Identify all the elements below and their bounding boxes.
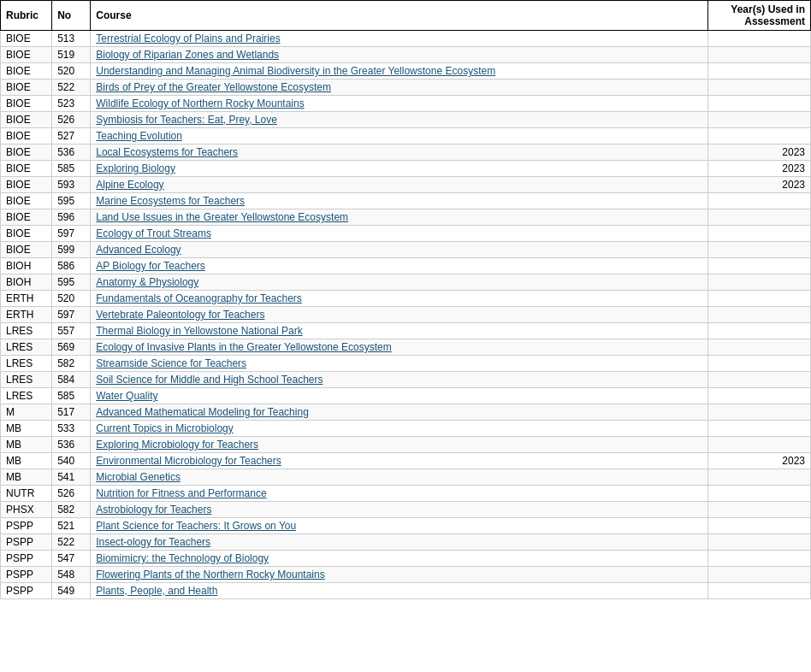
cell-course: Environmental Microbiology for Teachers (91, 453, 708, 469)
cell-rubric: PSPP (1, 534, 52, 551)
cell-rubric: LRES (1, 372, 52, 388)
course-link[interactable]: Nutrition for Fitness and Performance (96, 487, 266, 499)
cell-year (707, 502, 810, 518)
cell-rubric: BIOE (1, 209, 52, 226)
cell-course: Land Use Issues in the Greater Yellowsto… (91, 209, 708, 226)
course-link[interactable]: Ecology of Trout Streams (96, 227, 211, 239)
table-row: PSPP547Biomimicry: the Technology of Bio… (1, 551, 811, 567)
header-course: Course (91, 1, 708, 31)
course-link[interactable]: Flowering Plants of the Northern Rocky M… (96, 569, 324, 581)
cell-rubric: BIOE (1, 193, 52, 209)
table-row: PSPP548Flowering Plants of the Northern … (1, 567, 811, 583)
cell-rubric: BIOH (1, 274, 52, 291)
course-link[interactable]: Teaching Evolution (96, 130, 182, 142)
course-link[interactable]: Environmental Microbiology for Teachers (96, 455, 281, 467)
course-link[interactable]: Water Quality (96, 390, 157, 402)
course-link[interactable]: Astrobiology for Teachers (96, 504, 211, 516)
cell-no: 599 (52, 242, 91, 258)
cell-no: 536 (52, 437, 91, 453)
course-link[interactable]: Microbial Genetics (96, 471, 181, 483)
cell-no: 596 (52, 209, 91, 226)
course-link[interactable]: Wildlife Ecology of Northern Rocky Mount… (96, 97, 304, 109)
cell-no: 517 (52, 404, 91, 421)
cell-year (707, 209, 810, 226)
cell-year (707, 291, 810, 307)
course-link[interactable]: Understanding and Managing Animal Biodiv… (96, 65, 495, 77)
table-row: BIOE595Marine Ecosystems for Teachers (1, 193, 811, 209)
table-row: BIOE513Terrestrial Ecology of Plains and… (1, 31, 811, 47)
course-link[interactable]: Plants, People, and Health (96, 585, 217, 597)
course-link[interactable]: Symbiosis for Teachers: Eat, Prey, Love (96, 114, 277, 126)
course-link[interactable]: Marine Ecosystems for Teachers (96, 195, 245, 207)
cell-year (707, 274, 810, 291)
course-link[interactable]: Terrestrial Ecology of Plains and Prairi… (96, 32, 280, 44)
cell-no: 523 (52, 96, 91, 112)
course-link[interactable]: Anatomy & Physiology (96, 276, 198, 288)
cell-year: 2023 (707, 161, 810, 177)
cell-no: 595 (52, 193, 91, 209)
course-link[interactable]: Alpine Ecology (96, 179, 163, 191)
course-link[interactable]: Thermal Biology in Yellowstone National … (96, 325, 302, 337)
course-link[interactable]: Ecology of Invasive Plants in the Greate… (96, 341, 392, 353)
table-row: MB541Microbial Genetics (1, 469, 811, 486)
cell-rubric: BIOE (1, 80, 52, 96)
cell-year (707, 388, 810, 404)
cell-rubric: BIOE (1, 31, 52, 47)
cell-no: 541 (52, 469, 91, 486)
cell-year (707, 534, 810, 551)
cell-rubric: ERTH (1, 291, 52, 307)
table-row: MB533Current Topics in Microbiology (1, 421, 811, 437)
cell-course: Symbiosis for Teachers: Eat, Prey, Love (91, 112, 708, 128)
cell-no: 586 (52, 258, 91, 274)
cell-course: Vertebrate Paleontology for Teachers (91, 307, 708, 323)
course-link[interactable]: Insect-ology for Teachers (96, 536, 210, 548)
cell-year (707, 242, 810, 258)
cell-no: 557 (52, 323, 91, 339)
course-link[interactable]: Exploring Biology (96, 162, 175, 174)
cell-no: 597 (52, 307, 91, 323)
cell-course: Teaching Evolution (91, 128, 708, 144)
table-row: BIOE597Ecology of Trout Streams (1, 226, 811, 242)
table-row: BIOH595Anatomy & Physiology (1, 274, 811, 291)
course-link[interactable]: Exploring Microbiology for Teachers (96, 439, 258, 451)
cell-course: Anatomy & Physiology (91, 274, 708, 291)
table-row: LRES582Streamside Science for Teachers (1, 356, 811, 372)
cell-year: 2023 (707, 177, 810, 193)
course-link[interactable]: Current Topics in Microbiology (96, 422, 234, 434)
cell-year (707, 226, 810, 242)
cell-rubric: BIOE (1, 47, 52, 63)
table-row: MB540Environmental Microbiology for Teac… (1, 453, 811, 469)
cell-no: 582 (52, 502, 91, 518)
cell-year (707, 80, 810, 96)
cell-year (707, 437, 810, 453)
course-link[interactable]: Birds of Prey of the Greater Yellowstone… (96, 81, 331, 93)
cell-no: 595 (52, 274, 91, 291)
cell-no: 513 (52, 31, 91, 47)
course-link[interactable]: AP Biology for Teachers (96, 260, 205, 272)
course-link[interactable]: Biology of Riparian Zones and Wetlands (96, 49, 279, 61)
cell-no: 547 (52, 551, 91, 567)
cell-no: 569 (52, 339, 91, 356)
course-link[interactable]: Streamside Science for Teachers (96, 357, 246, 369)
course-link[interactable]: Plant Science for Teachers: It Grows on … (96, 520, 296, 532)
course-link[interactable]: Fundamentals of Oceanography for Teacher… (96, 292, 302, 304)
cell-rubric: BIOE (1, 63, 52, 80)
course-link[interactable]: Vertebrate Paleontology for Teachers (96, 309, 264, 321)
cell-year: 2023 (707, 144, 810, 161)
cell-year (707, 128, 810, 144)
cell-rubric: BIOE (1, 144, 52, 161)
cell-no: 582 (52, 356, 91, 372)
table-row: PHSX582Astrobiology for Teachers (1, 502, 811, 518)
cell-course: Exploring Biology (91, 161, 708, 177)
course-link[interactable]: Land Use Issues in the Greater Yellowsto… (96, 211, 348, 223)
table-row: BIOE599Advanced Ecology (1, 242, 811, 258)
course-link[interactable]: Local Ecosystems for Teachers (96, 146, 238, 158)
course-link[interactable]: Advanced Mathematical Modeling for Teach… (96, 406, 309, 418)
course-link[interactable]: Advanced Ecology (96, 244, 181, 256)
cell-year (707, 583, 810, 599)
cell-rubric: BIOE (1, 96, 52, 112)
main-container: Rubric No Course Year(s) Used in Assessm… (0, 0, 811, 599)
course-link[interactable]: Biomimicry: the Technology of Biology (96, 552, 269, 564)
cell-year (707, 258, 810, 274)
course-link[interactable]: Soil Science for Middle and High School … (96, 374, 323, 386)
